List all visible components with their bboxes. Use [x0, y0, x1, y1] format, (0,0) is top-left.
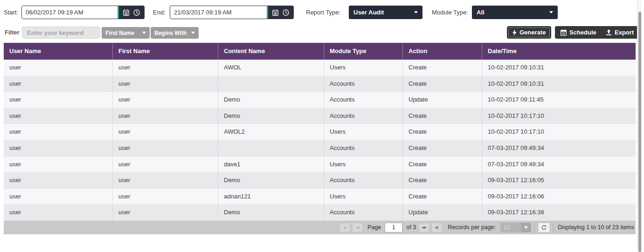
- refresh-icon: [541, 225, 547, 231]
- table-cell: Create: [402, 76, 482, 92]
- table-cell: user: [112, 60, 218, 76]
- records-per-page-select[interactable]: 10: [500, 223, 531, 232]
- page-label: Page: [367, 224, 381, 231]
- chevron-down-icon: [521, 223, 531, 232]
- end-label: End:: [153, 9, 166, 16]
- table-cell: Update: [402, 204, 482, 221]
- module-type-label: Module Type:: [432, 9, 468, 16]
- table-cell: user: [4, 140, 112, 157]
- report-type-label: Report Type:: [306, 9, 340, 16]
- table-cell: [218, 140, 324, 157]
- generate-button[interactable]: Generate: [507, 26, 551, 39]
- table-row[interactable]: useruserDemoAccountsUpdate10-02-2017 09:…: [4, 92, 636, 108]
- table-cell: user: [4, 189, 112, 205]
- table-row[interactable]: useruserdave1UsersCreate07-03-2017 09:49…: [4, 157, 636, 173]
- column-header[interactable]: Content Name: [218, 43, 324, 60]
- table-cell: user: [4, 204, 112, 221]
- table-cell: Create: [402, 189, 482, 205]
- table-cell: Demo: [218, 108, 324, 124]
- column-header[interactable]: Date/Time: [482, 43, 636, 60]
- report-type-value: User Audit: [353, 9, 384, 16]
- report-type-select[interactable]: User Audit: [349, 6, 422, 19]
- table-cell: Accounts: [324, 76, 402, 92]
- table-row[interactable]: useruserAccountsCreate10-02-2017 09:10:3…: [4, 76, 636, 92]
- table-row[interactable]: useruserAWOL2UsersCreate10-02-2017 10:17…: [4, 124, 636, 140]
- column-header[interactable]: First Name: [112, 43, 218, 60]
- table-cell: user: [112, 124, 218, 140]
- start-label: Start:: [4, 9, 18, 16]
- calendar-icon: [123, 9, 129, 16]
- table-cell: user: [4, 108, 112, 124]
- table-cell: user: [112, 172, 218, 189]
- table-cell: 07-03-2017 09:49:34: [482, 157, 636, 173]
- table-row[interactable]: useruserDemoAccountsUpdate09-03-2017 12:…: [4, 204, 636, 221]
- calendar-icon: [561, 29, 567, 36]
- table-cell: 10-02-2017 09:11:45: [482, 92, 636, 108]
- table-cell: AWOL2: [218, 124, 324, 140]
- table-cell: 07-03-2017 09:49:34: [482, 140, 636, 157]
- start-date-input[interactable]: [22, 6, 118, 19]
- column-header[interactable]: Action: [402, 43, 482, 60]
- start-date-picker-button[interactable]: [118, 6, 144, 19]
- table-cell: Create: [402, 108, 482, 124]
- vertical-scrollbar[interactable]: [637, 0, 642, 252]
- clock-icon: [283, 9, 289, 16]
- upload-icon: [606, 29, 612, 35]
- export-button[interactable]: Export: [600, 26, 639, 39]
- prev-page-button[interactable]: ◂◂: [352, 223, 363, 232]
- start-date-group: [21, 6, 145, 19]
- next-page-button[interactable]: ▸▸: [419, 223, 429, 232]
- table-cell: user: [112, 189, 218, 205]
- filter-operator-select[interactable]: Begins With: [151, 27, 199, 39]
- filter-field-value: First Name: [105, 30, 134, 36]
- filter-keyword-input[interactable]: [22, 27, 100, 39]
- table-cell: Accounts: [324, 204, 402, 221]
- table-cell: Users: [324, 189, 402, 205]
- last-page-button[interactable]: ▸|: [431, 223, 442, 232]
- table-cell: user: [112, 204, 218, 221]
- scrollbar-thumb[interactable]: [638, 12, 641, 252]
- filter-operator-value: Begins With: [154, 30, 187, 36]
- table-cell: user: [4, 92, 112, 108]
- refresh-button[interactable]: [538, 223, 550, 232]
- schedule-button[interactable]: Schedule: [555, 26, 602, 39]
- end-date-picker-button[interactable]: [267, 6, 293, 19]
- table-cell: Accounts: [324, 172, 402, 189]
- table-cell: 09-03-2017 12:16:06: [482, 189, 636, 205]
- table-cell: user: [112, 108, 218, 124]
- table-cell: Demo: [218, 92, 324, 108]
- table-cell: user: [4, 76, 112, 92]
- table-body: useruserAWOLUsersCreate10-02-2017 09:10:…: [4, 60, 636, 221]
- table-row[interactable]: useruserDemoAccountsCreate10-02-2017 10:…: [4, 108, 636, 124]
- clock-icon: [133, 9, 140, 16]
- column-header[interactable]: Module Type: [324, 43, 402, 60]
- module-type-select[interactable]: All: [472, 6, 558, 19]
- table-row[interactable]: useruserAWOLUsersCreate10-02-2017 09:10:…: [4, 60, 636, 76]
- table-cell: Accounts: [324, 108, 402, 124]
- table-cell: dave1: [218, 157, 324, 173]
- page-input[interactable]: [385, 223, 402, 232]
- table-cell: Demo: [218, 172, 324, 189]
- table-row[interactable]: useruseradnan121UsersCreate09-03-2017 12…: [4, 189, 636, 205]
- table-cell: Create: [402, 60, 482, 76]
- filter-field-select[interactable]: First Name: [102, 27, 150, 39]
- table-cell: user: [4, 157, 112, 173]
- displaying-text: Displaying 1 to 10 of 23 items: [558, 224, 634, 231]
- table-cell: Accounts: [324, 140, 402, 157]
- table-cell: 10-02-2017 09:10:31: [482, 76, 636, 92]
- table-cell: Users: [324, 60, 402, 76]
- pagination-bar: |◂ ◂◂ Page of 3 ▸▸ ▸| Records per page: …: [4, 221, 636, 234]
- divider: [534, 223, 535, 232]
- divider: [553, 223, 554, 232]
- first-page-button[interactable]: |◂: [339, 223, 350, 232]
- table-cell: user: [112, 157, 218, 173]
- table-cell: user: [112, 76, 218, 92]
- table-cell: Create: [402, 157, 482, 173]
- table-cell: Create: [402, 124, 482, 140]
- end-date-input[interactable]: [170, 6, 267, 19]
- table-cell: user: [112, 92, 218, 108]
- column-header[interactable]: User Name: [4, 43, 112, 60]
- table-row[interactable]: useruserAccountsCreate07-03-2017 09:49:3…: [4, 140, 636, 157]
- table-row[interactable]: useruserDemoAccountsCreate09-03-2017 12:…: [4, 172, 636, 189]
- page-count-label: of 3: [406, 224, 416, 231]
